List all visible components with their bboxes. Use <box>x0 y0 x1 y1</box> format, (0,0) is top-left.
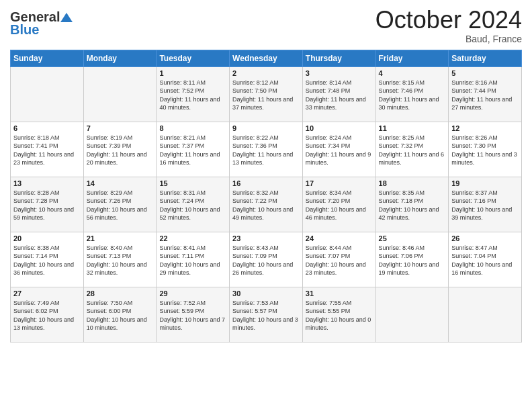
cell-info: Sunrise: 8:31 AMSunset: 7:24 PMDaylight:… <box>159 189 226 222</box>
cell-info: Sunrise: 8:29 AMSunset: 7:26 PMDaylight:… <box>87 189 154 222</box>
cell-date: 8 <box>159 124 226 132</box>
cell-date: 26 <box>451 234 519 242</box>
calendar-cell <box>375 287 449 342</box>
calendar-cell: 12Sunrise: 8:26 AMSunset: 7:30 PMDayligh… <box>449 122 522 177</box>
calendar-table: SundayMondayTuesdayWednesdayThursdayFrid… <box>10 50 522 342</box>
cell-info: Sunrise: 8:26 AMSunset: 7:30 PMDaylight:… <box>451 134 519 167</box>
calendar-cell: 20Sunrise: 8:38 AMSunset: 7:14 PMDayligh… <box>11 232 84 287</box>
calendar-cell: 24Sunrise: 8:44 AMSunset: 7:07 PMDayligh… <box>302 232 375 287</box>
cell-date: 22 <box>159 234 226 242</box>
day-header: Sunday <box>11 50 84 66</box>
cell-date: 27 <box>13 289 81 298</box>
cell-date: 21 <box>87 234 154 242</box>
cell-date: 17 <box>306 179 373 187</box>
calendar-cell: 4Sunrise: 8:15 AMSunset: 7:46 PMDaylight… <box>375 66 449 122</box>
calendar-cell: 29Sunrise: 7:52 AMSunset: 5:59 PMDayligh… <box>157 287 230 342</box>
cell-info: Sunrise: 7:53 AMSunset: 5:57 PMDaylight:… <box>232 299 300 332</box>
cell-date: 28 <box>87 289 154 298</box>
cell-date: 9 <box>232 124 300 132</box>
month-title: October 2024 <box>375 7 522 34</box>
calendar-cell <box>11 66 84 122</box>
cell-info: Sunrise: 7:55 AMSunset: 5:55 PMDaylight:… <box>306 299 373 332</box>
day-header: Thursday <box>302 50 375 66</box>
calendar-week: 6Sunrise: 8:18 AMSunset: 7:41 PMDaylight… <box>11 122 522 177</box>
calendar-cell: 30Sunrise: 7:53 AMSunset: 5:57 PMDayligh… <box>230 287 303 342</box>
cell-info: Sunrise: 8:38 AMSunset: 7:14 PMDaylight:… <box>13 244 81 277</box>
cell-date: 1 <box>159 69 226 77</box>
calendar-week: 1Sunrise: 8:11 AMSunset: 7:52 PMDaylight… <box>11 66 522 122</box>
calendar-cell: 13Sunrise: 8:28 AMSunset: 7:28 PMDayligh… <box>11 177 84 232</box>
cell-date: 5 <box>451 69 519 77</box>
cell-info: Sunrise: 8:44 AMSunset: 7:07 PMDaylight:… <box>306 244 373 277</box>
calendar-cell: 27Sunrise: 7:49 AMSunset: 6:02 PMDayligh… <box>11 287 84 342</box>
cell-info: Sunrise: 8:43 AMSunset: 7:09 PMDaylight:… <box>232 244 300 277</box>
calendar-cell: 21Sunrise: 8:40 AMSunset: 7:13 PMDayligh… <box>83 232 157 287</box>
day-header: Monday <box>83 50 157 66</box>
calendar-cell: 15Sunrise: 8:31 AMSunset: 7:24 PMDayligh… <box>157 177 230 232</box>
calendar-cell: 31Sunrise: 7:55 AMSunset: 5:55 PMDayligh… <box>302 287 375 342</box>
cell-info: Sunrise: 8:35 AMSunset: 7:18 PMDaylight:… <box>379 189 446 222</box>
cell-info: Sunrise: 8:37 AMSunset: 7:16 PMDaylight:… <box>451 189 519 222</box>
cell-date: 15 <box>159 179 226 187</box>
location: Baud, France <box>375 34 522 44</box>
calendar-cell: 17Sunrise: 8:34 AMSunset: 7:20 PMDayligh… <box>302 177 375 232</box>
cell-info: Sunrise: 8:11 AMSunset: 7:52 PMDaylight:… <box>159 79 226 112</box>
cell-info: Sunrise: 8:41 AMSunset: 7:11 PMDaylight:… <box>159 244 226 277</box>
cell-info: Sunrise: 8:21 AMSunset: 7:37 PMDaylight:… <box>159 134 226 167</box>
cell-date: 23 <box>232 234 300 242</box>
cell-date: 31 <box>306 289 373 298</box>
calendar-cell: 5Sunrise: 8:16 AMSunset: 7:44 PMDaylight… <box>449 66 522 122</box>
calendar-cell <box>83 66 157 122</box>
cell-info: Sunrise: 8:32 AMSunset: 7:22 PMDaylight:… <box>232 189 300 222</box>
cell-date: 6 <box>13 124 81 132</box>
calendar-cell: 26Sunrise: 8:47 AMSunset: 7:04 PMDayligh… <box>449 232 522 287</box>
cell-info: Sunrise: 8:18 AMSunset: 7:41 PMDaylight:… <box>13 134 81 167</box>
cell-date: 12 <box>451 124 519 132</box>
cell-date: 30 <box>232 289 300 298</box>
cell-info: Sunrise: 8:24 AMSunset: 7:34 PMDaylight:… <box>306 134 373 167</box>
cell-date: 10 <box>306 124 373 132</box>
calendar-cell: 10Sunrise: 8:24 AMSunset: 7:34 PMDayligh… <box>302 122 375 177</box>
day-header: Friday <box>375 50 449 66</box>
calendar-cell: 2Sunrise: 8:12 AMSunset: 7:50 PMDaylight… <box>230 66 303 122</box>
cell-date: 16 <box>232 179 300 187</box>
cell-date: 20 <box>13 234 81 242</box>
cell-info: Sunrise: 8:25 AMSunset: 7:32 PMDaylight:… <box>379 134 446 167</box>
cell-date: 2 <box>232 69 300 77</box>
cell-info: Sunrise: 8:28 AMSunset: 7:28 PMDaylight:… <box>13 189 81 222</box>
calendar-cell: 22Sunrise: 8:41 AMSunset: 7:11 PMDayligh… <box>157 232 230 287</box>
cell-date: 4 <box>379 69 446 77</box>
cell-info: Sunrise: 8:47 AMSunset: 7:04 PMDaylight:… <box>451 244 519 277</box>
cell-info: Sunrise: 8:19 AMSunset: 7:39 PMDaylight:… <box>87 134 154 167</box>
calendar-cell <box>449 287 522 342</box>
cell-info: Sunrise: 8:12 AMSunset: 7:50 PMDaylight:… <box>232 79 300 112</box>
page: General Blue October 2024 Baud, France S… <box>0 0 532 411</box>
cell-date: 29 <box>159 289 226 298</box>
day-header: Saturday <box>449 50 522 66</box>
calendar-week: 20Sunrise: 8:38 AMSunset: 7:14 PMDayligh… <box>11 232 522 287</box>
calendar-cell: 19Sunrise: 8:37 AMSunset: 7:16 PMDayligh… <box>449 177 522 232</box>
calendar-cell: 3Sunrise: 8:14 AMSunset: 7:48 PMDaylight… <box>302 66 375 122</box>
cell-info: Sunrise: 8:14 AMSunset: 7:48 PMDaylight:… <box>306 79 373 112</box>
cell-date: 14 <box>87 179 154 187</box>
cell-info: Sunrise: 7:50 AMSunset: 6:00 PMDaylight:… <box>87 299 154 332</box>
header-row: SundayMondayTuesdayWednesdayThursdayFrid… <box>11 50 522 66</box>
cell-info: Sunrise: 8:22 AMSunset: 7:36 PMDaylight:… <box>232 134 300 167</box>
calendar-cell: 11Sunrise: 8:25 AMSunset: 7:32 PMDayligh… <box>375 122 449 177</box>
cell-info: Sunrise: 8:40 AMSunset: 7:13 PMDaylight:… <box>87 244 154 277</box>
day-header: Tuesday <box>157 50 230 66</box>
cell-date: 25 <box>379 234 446 242</box>
calendar-cell: 23Sunrise: 8:43 AMSunset: 7:09 PMDayligh… <box>230 232 303 287</box>
calendar-cell: 14Sunrise: 8:29 AMSunset: 7:26 PMDayligh… <box>83 177 157 232</box>
cell-date: 19 <box>451 179 519 187</box>
calendar-cell: 7Sunrise: 8:19 AMSunset: 7:39 PMDaylight… <box>83 122 157 177</box>
svg-marker-0 <box>60 13 73 22</box>
cell-info: Sunrise: 8:16 AMSunset: 7:44 PMDaylight:… <box>451 79 519 112</box>
calendar-cell: 16Sunrise: 8:32 AMSunset: 7:22 PMDayligh… <box>230 177 303 232</box>
calendar-cell: 9Sunrise: 8:22 AMSunset: 7:36 PMDaylight… <box>230 122 303 177</box>
calendar-cell: 25Sunrise: 8:46 AMSunset: 7:06 PMDayligh… <box>375 232 449 287</box>
logo-icon <box>60 11 73 24</box>
cell-date: 11 <box>379 124 446 132</box>
calendar-week: 27Sunrise: 7:49 AMSunset: 6:02 PMDayligh… <box>11 287 522 342</box>
header: General Blue October 2024 Baud, France <box>10 7 522 44</box>
